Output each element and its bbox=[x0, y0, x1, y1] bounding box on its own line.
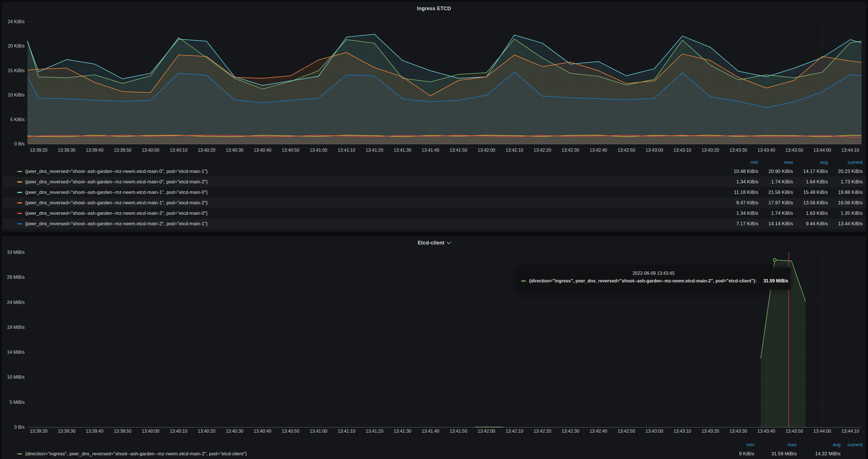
y-axis-tick-label: 15 KiB/s bbox=[3, 68, 25, 73]
x-axis-tick-label: 13:40:40 bbox=[249, 147, 276, 153]
panel-ingress-etcd: Ingress ETCD 24 KiB/s20 KiB/s15 KiB/s10 … bbox=[2, 2, 866, 232]
y-axis-tick-label: 24 KiB/s bbox=[3, 19, 25, 25]
x-axis-tick-label: 13:39:20 bbox=[25, 428, 52, 434]
x-axis-tick-label: 13:42:10 bbox=[501, 428, 528, 434]
legend-header-avg[interactable]: avg bbox=[793, 160, 828, 165]
x-axis-tick-label: 13:42:50 bbox=[613, 428, 640, 434]
legend-stat-max: 14.14 KiB/s bbox=[758, 221, 793, 227]
tooltip-series-row: {direction="ingress", peer_dns_reversed=… bbox=[521, 278, 786, 283]
x-axis-tick-label: 13:41:40 bbox=[417, 147, 444, 153]
legend-stat-current: 20.23 KiB/s bbox=[828, 169, 863, 174]
x-axis-tick-label: 13:43:50 bbox=[781, 428, 808, 434]
legend-series-label[interactable]: {peer_dns_reversed="shoot--ash-garden--m… bbox=[25, 179, 208, 185]
x-axis-tick-label: 13:44:10 bbox=[837, 147, 864, 153]
x-axis-tick-label: 13:43:10 bbox=[669, 147, 696, 153]
panel-header-etcd-client[interactable]: Etcd-client bbox=[3, 237, 865, 249]
panel-header-ingress-etcd[interactable]: Ingress ETCD bbox=[3, 3, 865, 14]
legend-stat-max: 1.74 KiB/s bbox=[758, 179, 793, 185]
x-axis-tick-label: 13:42:30 bbox=[557, 428, 584, 434]
tooltip-series-label: {direction="ingress", peer_dns_reversed=… bbox=[529, 278, 756, 283]
y-axis-tick-label: 19 MiB/s bbox=[3, 325, 25, 330]
legend-header-current[interactable]: current bbox=[841, 442, 863, 448]
legend-stat-current: 19.88 KiB/s bbox=[828, 190, 863, 195]
legend-row: {direction="ingress", peer_dns_reversed=… bbox=[3, 449, 865, 459]
x-axis-tick-label: 13:41:50 bbox=[445, 147, 472, 153]
x-axis-tick-label: 13:40:20 bbox=[193, 428, 220, 434]
x-axis-tick-label: 13:41:20 bbox=[361, 147, 388, 153]
legend-series-label[interactable]: {peer_dns_reversed="shoot--ash-garden--m… bbox=[25, 190, 208, 195]
legend-row: {peer_dns_reversed="shoot--ash-garden--m… bbox=[3, 218, 865, 229]
legend-series-marker-icon bbox=[17, 171, 22, 172]
grafana-dashboard: { "panels": [ { "title": "Ingress ETCD",… bbox=[0, 0, 868, 459]
legend-stat-max: 17.97 KiB/s bbox=[758, 200, 793, 206]
x-axis-tick-label: 13:41:10 bbox=[333, 428, 360, 434]
legend-stat-avg: 1.63 KiB/s bbox=[793, 211, 828, 216]
legend-series-marker-icon bbox=[17, 181, 22, 183]
legend-stat-min: 9 KiB/s bbox=[715, 451, 754, 457]
x-axis-tick-label: 13:43:40 bbox=[753, 147, 780, 153]
x-axis-tick-label: 13:42:20 bbox=[529, 147, 556, 153]
legend-series-label[interactable]: {peer_dns_reversed="shoot--ash-garden--m… bbox=[25, 221, 208, 227]
legend-stat-avg: 15.48 KiB/s bbox=[793, 190, 828, 195]
x-axis-tick-label: 13:39:50 bbox=[109, 147, 136, 153]
legend-series-marker-icon bbox=[17, 223, 22, 224]
timeseries-chart-ingress-etcd[interactable] bbox=[27, 22, 862, 144]
legend-header-min[interactable]: min bbox=[715, 442, 754, 448]
x-axis-tick-label: 13:42:30 bbox=[557, 147, 584, 153]
x-axis-tick-label: 13:40:00 bbox=[137, 428, 164, 434]
x-axis-tick-label: 13:39:50 bbox=[109, 428, 136, 434]
x-axis-tick-label: 13:41:30 bbox=[389, 147, 416, 153]
x-axis-tick-label: 13:43:20 bbox=[697, 428, 724, 434]
x-axis-tick-label: 13:40:00 bbox=[137, 147, 164, 153]
x-axis-tick-label: 13:41:50 bbox=[445, 428, 472, 434]
legend-header-max[interactable]: max bbox=[754, 442, 797, 448]
panel-etcd-client: Etcd-client 2022-06-09 13:43:45 {directi… bbox=[2, 237, 866, 459]
legend-stat-avg: 13.56 KiB/s bbox=[793, 200, 828, 206]
y-axis-tick-label: 5 KiB/s bbox=[3, 117, 25, 123]
y-axis-tick-label: 20 KiB/s bbox=[3, 43, 25, 49]
tooltip-series-marker-icon bbox=[521, 280, 526, 282]
legend-series-marker-icon bbox=[17, 202, 22, 204]
y-axis-tick-label: 29 MiB/s bbox=[3, 275, 25, 280]
legend-series-label[interactable]: {peer_dns_reversed="shoot--ash-garden--m… bbox=[25, 200, 208, 206]
x-axis-tick-label: 13:40:30 bbox=[221, 428, 248, 434]
legend-stat-current: 1.73 KiB/s bbox=[828, 179, 863, 185]
x-axis-tick-label: 13:40:40 bbox=[249, 428, 276, 434]
legend-series-label[interactable]: {peer_dns_reversed="shoot--ash-garden--m… bbox=[25, 169, 208, 174]
legend-header-min[interactable]: min bbox=[723, 160, 758, 165]
legend-stat-avg: 14.32 MiB/s bbox=[797, 451, 841, 457]
x-axis-tick-label: 13:41:20 bbox=[361, 428, 388, 434]
y-axis-tick-label: 24 MiB/s bbox=[3, 300, 25, 305]
y-axis-tick-label: 5 MiB/s bbox=[3, 400, 25, 405]
x-axis-tick-label: 13:41:00 bbox=[305, 428, 332, 434]
x-axis-tick-label: 13:39:20 bbox=[25, 147, 52, 153]
x-axis-tick-label: 13:41:10 bbox=[333, 147, 360, 153]
x-axis-tick-label: 13:44:10 bbox=[837, 428, 864, 434]
x-axis-tick-label: 13:41:00 bbox=[305, 147, 332, 153]
legend-series-marker-icon bbox=[17, 213, 22, 214]
legend-series-label[interactable]: {direction="ingress", peer_dns_reversed=… bbox=[25, 451, 247, 457]
legend-series-label[interactable]: {peer_dns_reversed="shoot--ash-garden--m… bbox=[25, 211, 208, 216]
legend-stat-min: 7.17 KiB/s bbox=[723, 221, 758, 227]
legend-stat-avg: 9.44 KiB/s bbox=[793, 221, 828, 227]
legend-header-current[interactable]: current bbox=[828, 160, 863, 165]
tooltip-timestamp: 2022-06-09 13:43:45 bbox=[521, 271, 786, 276]
x-axis-tick-label: 13:43:10 bbox=[669, 428, 696, 434]
legend-header-avg[interactable]: avg bbox=[797, 442, 841, 448]
legend-header-max[interactable]: max bbox=[758, 160, 793, 165]
y-axis-tick-label: 14 MiB/s bbox=[3, 349, 25, 355]
legend-stat-min: 9.47 KiB/s bbox=[723, 200, 758, 206]
x-axis-tick-label: 13:43:30 bbox=[725, 428, 752, 434]
x-axis-tick-label: 13:42:40 bbox=[585, 147, 612, 153]
legend-header-row: minmaxavgcurrent bbox=[3, 159, 865, 166]
legend-stat-min: 1.34 KiB/s bbox=[723, 211, 758, 216]
x-axis-tick-label: 13:43:00 bbox=[641, 428, 668, 434]
x-axis-tick-label: 13:44:00 bbox=[809, 428, 836, 434]
x-axis-tick-label: 13:42:40 bbox=[585, 428, 612, 434]
panel-title: Etcd-client bbox=[417, 240, 444, 246]
x-axis-tick-label: 13:39:30 bbox=[53, 147, 80, 153]
x-axis-tick-label: 13:43:40 bbox=[753, 428, 780, 434]
legend-stat-max: 20.90 KiB/s bbox=[758, 169, 793, 174]
x-axis-tick-label: 13:40:50 bbox=[277, 147, 304, 153]
x-axis-tick-label: 13:42:10 bbox=[501, 147, 528, 153]
